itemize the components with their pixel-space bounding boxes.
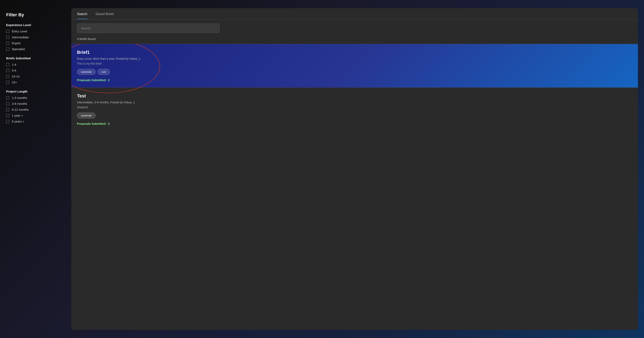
experience-level-section: Experience Level Entry Level Intermediat…	[6, 23, 63, 51]
6-12-months-checkbox[interactable]	[6, 108, 9, 111]
test-title: Test	[77, 93, 632, 99]
proposals-count-value: 2	[108, 79, 110, 82]
tag-substrate-2: substrate	[77, 113, 96, 118]
brief1-title: Brief1	[77, 50, 632, 55]
6-12-months-label[interactable]: 6-12 months	[12, 108, 29, 111]
3-6-months-label[interactable]: 3-6 months	[12, 102, 27, 105]
filter-10-14[interactable]: 10-14	[6, 75, 63, 78]
1-year-plus-label[interactable]: 1 year +	[12, 114, 23, 117]
intermediate-checkbox[interactable]	[6, 36, 9, 39]
filter-5-years-plus[interactable]: 5 years +	[6, 120, 63, 123]
test-tags: substrate	[77, 113, 632, 118]
1-year-plus-checkbox[interactable]	[6, 114, 9, 117]
test-description: dsadasd	[77, 106, 632, 109]
project-length-title: Project Length	[6, 90, 63, 93]
filter-specialist[interactable]: Specialist	[6, 47, 63, 51]
5-years-plus-checkbox[interactable]	[6, 120, 9, 123]
15-plus-checkbox[interactable]	[6, 81, 9, 84]
main-content: Search Saved Briefs 4 briefs found Brief…	[71, 8, 638, 330]
3-6-months-checkbox[interactable]	[6, 102, 9, 105]
specialist-label[interactable]: Specialist	[12, 47, 25, 51]
test-meta: Intermediate, 3-6 months, Posted by Imbu…	[77, 101, 632, 104]
test-proposals-count-value: 2	[108, 122, 110, 125]
briefs-submitted-title: Briefs Submitted	[6, 57, 63, 60]
filter-3-6-months[interactable]: 3-6 months	[6, 102, 63, 105]
tag-substrate: substrate	[77, 69, 96, 75]
brief-card-brief1[interactable]: Brief1 Entry Level, More than a year, Po…	[71, 44, 638, 88]
1-3-months-checkbox[interactable]	[6, 96, 9, 100]
1-4-label[interactable]: 1-4	[12, 63, 16, 66]
entry-level-label[interactable]: Entry Level	[12, 30, 27, 33]
filter-5-9[interactable]: 5-9	[6, 69, 63, 72]
tab-search[interactable]: Search	[77, 12, 87, 19]
tab-saved-briefs[interactable]: Saved Briefs	[96, 12, 114, 19]
intermediate-label[interactable]: Intermediate	[12, 36, 29, 39]
filter-1-year-plus[interactable]: 1 year +	[6, 114, 63, 117]
top-bar: Search Saved Briefs	[71, 8, 638, 19]
entry-level-checkbox[interactable]	[6, 30, 9, 33]
filter-entry-level[interactable]: Entry Level	[6, 30, 63, 33]
brief1-proposals: Proposals Submitted: 2	[77, 79, 632, 82]
filter-intermediate[interactable]: Intermediate	[6, 36, 63, 39]
filter-1-4[interactable]: 1-4	[6, 63, 63, 66]
filter-6-12-months[interactable]: 6-12 months	[6, 108, 63, 111]
briefs-list: Brief1 Entry Level, More than a year, Po…	[71, 44, 638, 330]
5-9-label[interactable]: 5-9	[12, 69, 16, 72]
5-years-plus-label[interactable]: 5 years +	[12, 120, 24, 123]
brief1-meta: Entry Level, More than a year, Posted by…	[77, 57, 632, 60]
10-14-checkbox[interactable]	[6, 75, 9, 78]
expert-checkbox[interactable]	[6, 42, 9, 45]
5-9-checkbox[interactable]	[6, 69, 9, 72]
brief1-tags: substrate rust	[77, 69, 632, 75]
tag-rust: rust	[98, 69, 110, 75]
brief-card-test[interactable]: Test Intermediate, 3-6 months, Posted by…	[71, 88, 638, 131]
results-count: 4 briefs found	[71, 37, 638, 44]
brief1-description: This is my first brief	[77, 62, 632, 65]
tabs: Search Saved Briefs	[77, 12, 632, 19]
1-3-months-label[interactable]: 1-3 months	[12, 96, 27, 100]
sidebar: Filter By Experience Level Entry Level I…	[6, 8, 63, 330]
sidebar-title: Filter By	[6, 12, 63, 18]
10-14-label[interactable]: 10-14	[12, 75, 20, 78]
test-proposals-label: Proposals Submitted:	[77, 122, 106, 125]
filter-1-3-months[interactable]: 1-3 months	[6, 96, 63, 100]
search-bar-container	[71, 19, 638, 37]
filter-expert[interactable]: Expert	[6, 41, 63, 45]
1-4-checkbox[interactable]	[6, 63, 9, 66]
project-length-section: Project Length 1-3 months 3-6 months 6-1…	[6, 90, 63, 123]
specialist-checkbox[interactable]	[6, 48, 9, 51]
15-plus-label[interactable]: 15+	[12, 81, 17, 84]
proposals-label: Proposals Submitted:	[77, 79, 106, 82]
expert-label[interactable]: Expert	[12, 41, 20, 45]
main-panel: Search Saved Briefs 4 briefs found Brief…	[71, 8, 638, 330]
experience-level-title: Experience Level	[6, 23, 63, 27]
test-proposals: Proposals Submitted: 2	[77, 122, 632, 125]
filter-15-plus[interactable]: 15+	[6, 81, 63, 84]
briefs-submitted-section: Briefs Submitted 1-4 5-9 10-14 15+	[6, 57, 63, 84]
search-input[interactable]	[77, 24, 220, 33]
